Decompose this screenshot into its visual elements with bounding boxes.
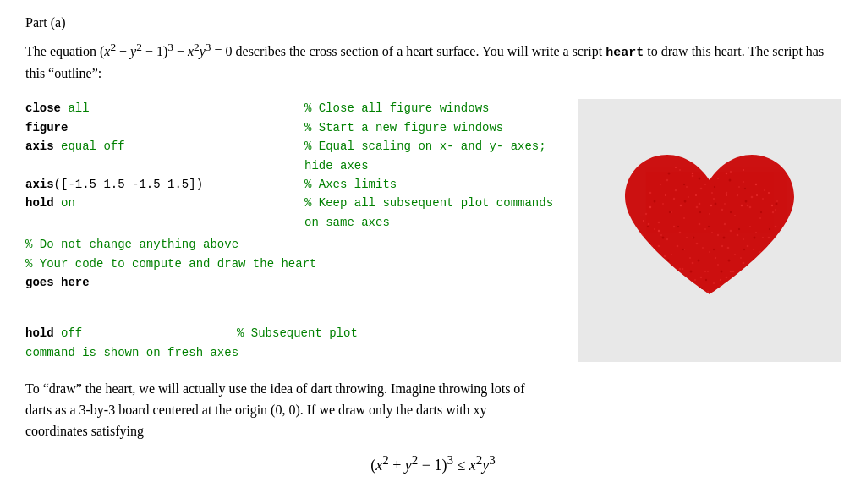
svg-point-69 (738, 281, 740, 282)
svg-point-119 (694, 285, 696, 287)
svg-point-84 (749, 205, 752, 208)
code-line-fresh-axes: command is shown on fresh axes (25, 343, 562, 362)
svg-point-181 (695, 194, 697, 196)
svg-point-24 (709, 213, 710, 215)
svg-point-160 (690, 270, 693, 272)
svg-point-149 (652, 249, 654, 250)
svg-point-147 (769, 228, 770, 230)
svg-point-63 (662, 279, 664, 281)
svg-point-85 (762, 198, 764, 200)
svg-point-64 (675, 273, 677, 276)
svg-point-83 (737, 194, 738, 196)
comment-line-3: goes here (25, 273, 562, 292)
svg-point-132 (684, 200, 687, 202)
svg-point-26 (734, 215, 736, 216)
svg-point-162 (721, 270, 723, 272)
svg-point-49 (721, 245, 723, 247)
svg-point-148 (784, 236, 787, 238)
svg-point-152 (698, 259, 700, 261)
svg-point-38 (730, 229, 732, 232)
code-line-hold-on: hold on % Keep all subsequent plot comma… (25, 194, 562, 232)
comment-do-not-change: % Do not change anything above % Your co… (25, 235, 562, 292)
svg-point-27 (747, 204, 749, 206)
svg-point-158 (660, 270, 662, 272)
svg-point-60 (730, 271, 732, 272)
keyword-axis2: axis (25, 178, 54, 191)
svg-point-66 (700, 277, 702, 278)
comment-line-2: % Your code to compute and draw the hear… (25, 255, 562, 273)
svg-point-90 (686, 237, 688, 238)
svg-point-177 (768, 192, 770, 194)
svg-point-81 (711, 192, 713, 194)
svg-point-105 (740, 257, 742, 259)
svg-point-150 (667, 259, 670, 261)
svg-point-140 (662, 236, 665, 238)
svg-point-106 (753, 249, 754, 250)
svg-point-186 (771, 205, 773, 206)
svg-point-70 (751, 274, 753, 276)
svg-point-184 (741, 205, 743, 206)
svg-point-121 (720, 284, 722, 287)
svg-point-25 (721, 209, 723, 211)
svg-point-89 (673, 226, 675, 227)
svg-point-47 (696, 242, 699, 244)
svg-point-76 (738, 291, 740, 293)
svg-point-91 (699, 222, 701, 225)
lower-left: To “draw” the heart, we will actually us… (25, 370, 841, 474)
svg-point-153 (713, 249, 715, 250)
svg-point-96 (762, 237, 764, 238)
svg-point-44 (658, 244, 660, 247)
svg-point-92 (711, 232, 713, 233)
svg-point-116 (758, 268, 759, 270)
keyword-axis1: axis (25, 140, 54, 153)
svg-point-43 (645, 251, 647, 253)
svg-point-18 (776, 200, 778, 202)
svg-point-114 (732, 270, 735, 272)
svg-point-167 (701, 288, 703, 289)
svg-point-172 (692, 173, 693, 174)
svg-point-182 (710, 205, 712, 206)
svg-point-176 (755, 184, 757, 185)
keyword-figure: figure (25, 121, 68, 134)
keyword-hold2: hold (25, 326, 54, 340)
svg-point-15 (738, 186, 740, 188)
svg-point-125 (683, 184, 685, 185)
svg-point-128 (729, 178, 732, 181)
svg-point-20 (658, 221, 660, 223)
svg-point-10 (675, 189, 677, 191)
svg-point-3 (692, 174, 694, 177)
svg-point-159 (675, 279, 677, 281)
svg-point-129 (744, 188, 746, 189)
svg-point-126 (699, 177, 701, 179)
svg-point-117 (669, 284, 671, 287)
svg-point-95 (749, 226, 751, 227)
svg-point-134 (715, 202, 717, 205)
svg-point-175 (743, 169, 744, 171)
svg-point-178 (650, 206, 651, 208)
svg-point-22 (683, 217, 685, 219)
svg-point-80 (699, 202, 701, 205)
svg-point-37 (717, 234, 719, 236)
svg-point-17 (764, 189, 765, 191)
comment-figure: % Start a new figure windows (304, 118, 503, 137)
svg-point-115 (745, 277, 747, 278)
svg-point-165 (671, 288, 672, 289)
svg-point-113 (720, 279, 721, 281)
svg-point-164 (751, 270, 754, 272)
svg-point-41 (768, 236, 770, 238)
code-block: close all % Close all figure windows fig… (25, 99, 562, 232)
svg-point-30 (785, 222, 787, 223)
part-label: Part (a) (25, 15, 841, 30)
intro-paragraph: The equation (x2 + y2 − 1)3 − x2y3 = 0 d… (25, 39, 841, 84)
svg-point-110 (682, 267, 684, 270)
outro-paragraph: To “draw” the heart, we will actually us… (25, 379, 550, 441)
svg-point-124 (668, 172, 671, 174)
svg-point-187 (643, 220, 644, 222)
comment-axis-limits: % Axes limits (304, 175, 397, 194)
svg-point-171 (675, 167, 677, 168)
keyword-hold1: hold (25, 196, 54, 210)
svg-point-56 (679, 268, 681, 270)
svg-point-133 (699, 211, 701, 213)
svg-point-1 (666, 179, 668, 181)
svg-point-4 (704, 184, 706, 185)
